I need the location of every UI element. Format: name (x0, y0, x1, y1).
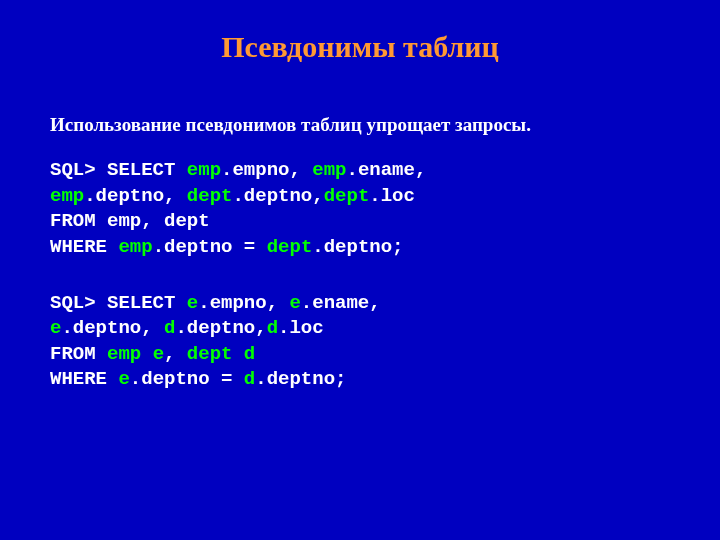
slide-container: Псевдонимы таблиц Использование псевдони… (0, 0, 720, 540)
code-block-2: SQL> SELECT e.empno, e.ename, e.deptno, … (50, 291, 670, 394)
code-line: WHERE emp.deptno = dept.deptno; (50, 235, 670, 261)
slide-subtitle: Использование псевдонимов таблиц упрощае… (50, 114, 670, 136)
code-line: FROM emp, dept (50, 209, 670, 235)
code-block-1: SQL> SELECT emp.empno, emp.ename, emp.de… (50, 158, 670, 261)
code-line: SQL> SELECT emp.empno, emp.ename, (50, 158, 670, 184)
code-line: SQL> SELECT e.empno, e.ename, (50, 291, 670, 317)
code-line: WHERE e.deptno = d.deptno; (50, 367, 670, 393)
slide-title: Псевдонимы таблиц (50, 30, 670, 64)
code-line: FROM emp e, dept d (50, 342, 670, 368)
code-line: e.deptno, d.deptno,d.loc (50, 316, 670, 342)
code-line: emp.deptno, dept.deptno,dept.loc (50, 184, 670, 210)
